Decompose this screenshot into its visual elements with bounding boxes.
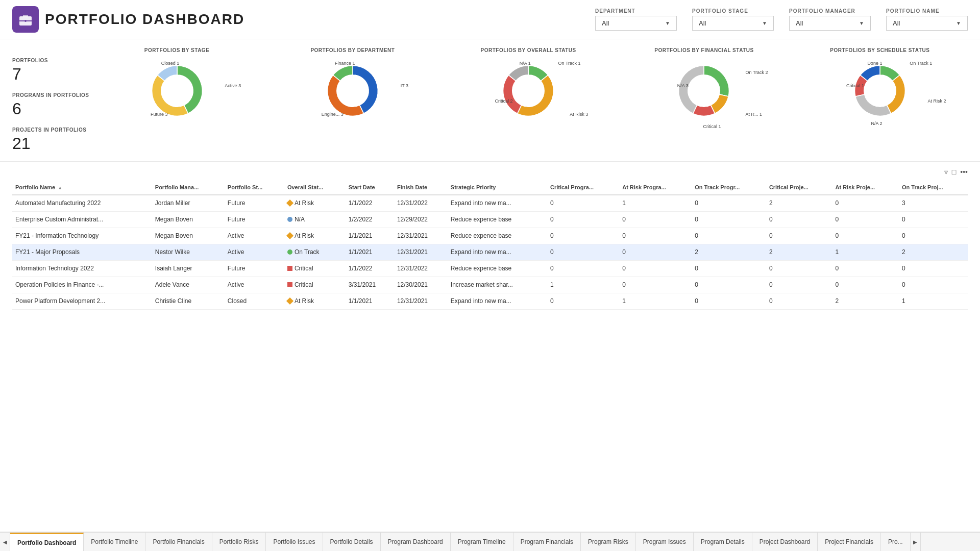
col-header-ontrackprog[interactable]: On Track Progr... [692, 180, 766, 195]
chart-title-1: PORTFOLIOS BY DEPARTMENT [310, 47, 395, 53]
cell-priority: Expand into new ma... [448, 293, 547, 309]
portfolios-label: PORTFOLIOS [12, 58, 89, 63]
cell-atriskproj: 0 [832, 260, 898, 277]
tab-portfolio-risks[interactable]: Portfolio Risks [212, 533, 266, 551]
cell-finish: 12/31/2021 [394, 293, 448, 309]
col-header-atriskprog[interactable]: At Risk Progra... [619, 180, 692, 195]
table-row[interactable]: Information Technology 2022Isaiah Langer… [12, 260, 968, 277]
col-header-critproj[interactable]: Critical Proje... [766, 180, 832, 195]
tab-portfolio-timeline[interactable]: Portfolio Timeline [84, 533, 145, 551]
cell-start: 3/31/2021 [346, 277, 394, 293]
col-header-status[interactable]: Overall Stat... [284, 180, 346, 195]
export-icon[interactable]: □ [952, 168, 956, 176]
table-row[interactable]: Enterprise Custom Administrat...Megan Bo… [12, 211, 968, 228]
status-badge: On Track [287, 248, 320, 256]
chart-label-1-0: IT 3 [401, 83, 408, 88]
tab-program-issues[interactable]: Program Issues [636, 533, 694, 551]
cell-finish: 12/31/2022 [394, 260, 448, 277]
chart-section: PORTFOLIOS BY STAGEActive 3Future 3Close… [89, 47, 968, 127]
cell-start: 1/1/2021 [346, 293, 394, 309]
cell-finish: 12/30/2021 [394, 277, 448, 293]
projects-label: PROJECTS IN PORTFOLIOS [12, 127, 89, 133]
cell-ontrackprog: 0 [692, 228, 766, 244]
tab-portfolio-details[interactable]: Portfolio Details [323, 533, 381, 551]
cell-priority: Expand into new ma... [448, 195, 547, 212]
portfolio-table: Portfolio Name ▲Portfolio Mana...Portfol… [12, 180, 968, 310]
chart-title-0: PORTFOLIOS BY STAGE [144, 47, 209, 53]
tab-project-dashboard[interactable]: Project Dashboard [752, 533, 818, 551]
chart-title-2: PORTFOLIOS BY OVERALL STATUS [481, 47, 576, 53]
tab-portfolio-dashboard[interactable]: Portfolio Dashboard [10, 533, 84, 551]
chevron-down-icon: ▼ [859, 20, 864, 26]
tab-program-financials[interactable]: Program Financials [513, 533, 581, 551]
cell-manager: Christie Cline [152, 293, 225, 309]
tab-pro...[interactable]: Pro... [881, 533, 911, 551]
svg-rect-1 [23, 15, 28, 17]
tab-prev-arrow[interactable]: ◀ [0, 533, 10, 551]
filter-select-0[interactable]: All ▼ [595, 16, 677, 31]
filter-select-1[interactable]: All ▼ [692, 16, 774, 31]
col-header-manager[interactable]: Portfolio Mana... [152, 180, 225, 195]
tab-next-arrow[interactable]: ▶ [911, 533, 921, 551]
cell-status: At Risk [284, 293, 346, 309]
chart-label-4-4: Done 1 [867, 61, 882, 66]
col-header-atriskproj[interactable]: At Risk Proje... [832, 180, 898, 195]
cell-name: Information Technology 2022 [12, 260, 152, 277]
cell-stage: Active [225, 244, 284, 260]
tab-program-risks[interactable]: Program Risks [581, 533, 636, 551]
cell-status: On Track [284, 244, 346, 260]
cell-atriskprog: 0 [619, 228, 692, 244]
filters-container: DEPARTMENT All ▼ PORTFOLIO STAGE All ▼ P… [595, 8, 968, 31]
tab-program-dashboard[interactable]: Program Dashboard [381, 533, 451, 551]
chart-label-3-2: Critical 1 [703, 124, 721, 129]
cell-ontrackprog: 0 [692, 277, 766, 293]
cell-priority: Expand into new ma... [448, 244, 547, 260]
filter-select-3[interactable]: All ▼ [886, 16, 968, 31]
col-header-name[interactable]: Portfolio Name ▲ [12, 180, 152, 195]
cell-atriskprog: 0 [619, 211, 692, 228]
cell-manager: Isaiah Langer [152, 260, 225, 277]
filter-group-3: PORTFOLIO NAME All ▼ [886, 8, 968, 31]
tab-portfolio-financials[interactable]: Portfolio Financials [145, 533, 212, 551]
chart-label-4-0: On Track 1 [910, 61, 932, 66]
filter-select-2[interactable]: All ▼ [789, 16, 871, 31]
table-row[interactable]: Operation Policies in Finance -...Adele … [12, 277, 968, 293]
status-badge: At Risk [287, 232, 314, 239]
cell-ontrackproj: 0 [899, 211, 968, 228]
col-header-ontrackproj[interactable]: On Track Proj... [899, 180, 968, 195]
cell-atriskproj: 0 [832, 211, 898, 228]
cell-ontrackprog: 0 [692, 211, 766, 228]
tab-portfolio-issues[interactable]: Portfolio Issues [266, 533, 323, 551]
col-header-critprog[interactable]: Critical Progra... [547, 180, 619, 195]
cell-atriskprog: 0 [619, 244, 692, 260]
col-header-finish[interactable]: Finish Date [394, 180, 448, 195]
main-content: PORTFOLIO DASHBOARD DEPARTMENT All ▼ POR… [0, 0, 980, 532]
cell-status: At Risk [284, 228, 346, 244]
table-row[interactable]: FY21 - Information TechnologyMegan Boven… [12, 228, 968, 244]
cell-finish: 12/29/2022 [394, 211, 448, 228]
table-toolbar: ▿ □ ••• [12, 166, 968, 178]
table-row[interactable]: Automated Manufacturing 2022Jordan Mille… [12, 195, 968, 212]
table-row[interactable]: FY21 - Major ProposalsNestor WilkeActive… [12, 244, 968, 260]
tab-program-details[interactable]: Program Details [694, 533, 752, 551]
chart-label-3-1: At R... 1 [746, 112, 763, 117]
chart-label-4-2: N/A 2 [871, 121, 882, 126]
filter-icon[interactable]: ▿ [944, 168, 948, 176]
tab-program-timeline[interactable]: Program Timeline [451, 533, 513, 551]
col-header-priority[interactable]: Strategic Priority [448, 180, 547, 195]
cell-ontrackprog: 2 [692, 244, 766, 260]
col-header-stage[interactable]: Portfolio St... [225, 180, 284, 195]
cell-ontrackproj: 3 [899, 195, 968, 212]
tab-project-financials[interactable]: Project Financials [818, 533, 881, 551]
briefcase-icon [17, 11, 34, 28]
cell-name: Power Platform Development 2... [12, 293, 152, 309]
table-row[interactable]: Power Platform Development 2...Christie … [12, 293, 968, 309]
more-icon[interactable]: ••• [960, 168, 968, 176]
chart-label-1-1: Engine... 3 [322, 112, 344, 117]
header: PORTFOLIO DASHBOARD DEPARTMENT All ▼ POR… [0, 0, 980, 39]
filter-value-2: All [796, 19, 803, 27]
col-header-start[interactable]: Start Date [346, 180, 394, 195]
cell-ontrackproj: 2 [899, 244, 968, 260]
cell-finish: 12/31/2021 [394, 244, 448, 260]
cell-status: Critical [284, 277, 346, 293]
